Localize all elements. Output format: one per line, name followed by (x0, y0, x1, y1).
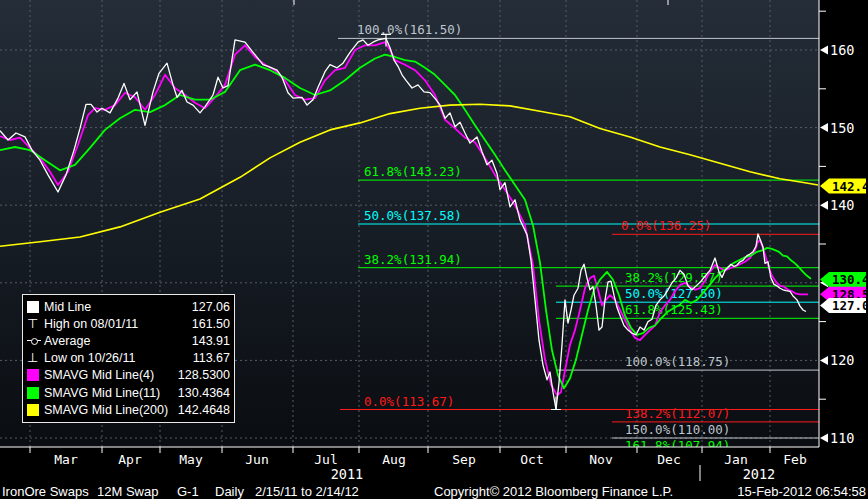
high-marker-icon: ⊤ (27, 318, 44, 330)
fib-label: 100.0%(118.75) (625, 354, 730, 369)
month-label: May (179, 452, 203, 467)
average-marker-icon (27, 336, 44, 345)
month-label: Dec (657, 452, 680, 467)
fib-label: 38.2%(131.94) (364, 252, 462, 267)
current-timestamp: 15-Feb-2012 06:54:58 (737, 484, 866, 499)
price-tag-value: 130.44 (832, 272, 868, 287)
fib-label: 0.0%(113.67) (364, 394, 454, 409)
y-tick-arrow-icon (820, 201, 828, 210)
copyright-notice: Copyright© 2012 Bloomberg Finance L.P. (434, 484, 673, 499)
year-label: 2011 (331, 466, 364, 482)
month-label: Feb (783, 452, 807, 467)
year-label: 2012 (743, 466, 776, 482)
fib-label: 0.0%(136.25) (621, 218, 711, 233)
legend-label: SMAVG Mid Line(4) (44, 368, 178, 382)
legend-row[interactable]: Mid Line127.06 (27, 298, 230, 315)
y-axis-label: 160 (830, 42, 854, 58)
instrument-tenor: 12M Swap (97, 484, 158, 499)
fib-label: 161.8%(107.94) (625, 438, 730, 453)
legend-label: Mid Line (44, 300, 192, 314)
y-tick-arrow-icon (820, 434, 828, 443)
date-range[interactable]: 2/15/11 to 2/14/12 (255, 484, 359, 499)
status-bar: IronOre Swaps 12M Swap G-1 Daily 2/15/11… (0, 483, 868, 499)
legend-label: Average (44, 334, 192, 348)
low-marker-icon: ⊥ (27, 352, 44, 364)
legend-label: High on 08/01/11 (44, 317, 192, 331)
y-axis-label: 110 (830, 430, 854, 446)
fib-label: 138.2%(112.07) (625, 406, 730, 421)
legend-label: Low on 10/26/11 (44, 351, 193, 365)
legend-label: SMAVG Mid Line(11) (44, 386, 178, 400)
legend-value: 127.06 (192, 300, 230, 314)
fib-label: 50.0%(137.58) (364, 208, 462, 223)
month-label: Jan (724, 452, 747, 467)
price-tag-value: 127.06 (832, 298, 868, 313)
bloomberg-chart-screen: 100.0%(161.50)61.8%(143.23)50.0%(137.58)… (0, 0, 868, 499)
legend-value: 142.4648 (178, 403, 230, 417)
legend-label: SMAVG Mid Line(200) (44, 403, 178, 417)
legend-row[interactable]: ⊥Low on 10/26/11113.67 (27, 350, 230, 367)
month-label: Jul (314, 452, 337, 467)
legend-row[interactable]: SMAVG Mid Line(200)142.4648 (27, 401, 230, 418)
price-tag-value: 142.46 (832, 179, 868, 194)
legend-value: 113.67 (193, 351, 230, 365)
y-tick-arrow-icon (820, 123, 828, 132)
legend-value: 128.5300 (178, 368, 230, 382)
y-tick-arrow-icon (820, 46, 828, 55)
month-label: Sep (452, 452, 476, 467)
fib-label: 100.0%(161.50) (357, 22, 462, 37)
legend-row[interactable]: Average143.91 (27, 332, 230, 349)
legend-value: 161.50 (192, 317, 230, 331)
month-label: Oct (520, 452, 543, 467)
month-label: Nov (589, 452, 613, 467)
series-color-swatch-icon (27, 387, 44, 399)
legend-row[interactable]: ⊤High on 08/01/11161.50 (27, 315, 230, 332)
series-color-swatch-icon (27, 404, 44, 416)
legend-row[interactable]: SMAVG Mid Line(11)130.4364 (27, 384, 230, 401)
fib-label: 150.0%(110.00) (625, 422, 730, 437)
legend-box: Mid Line127.06⊤High on 08/01/11161.50Ave… (22, 294, 235, 423)
series-color-swatch-icon (27, 301, 44, 313)
series-color-swatch-icon (27, 369, 44, 381)
frequency-label[interactable]: Daily (215, 484, 244, 499)
y-axis-label: 120 (830, 352, 854, 368)
instrument-name[interactable]: IronOre Swaps (2, 484, 89, 499)
fib-label: 61.8%(143.23) (364, 164, 462, 179)
month-label: Jun (245, 452, 268, 467)
fib-label: 61.8%(125.43) (625, 302, 723, 317)
y-axis-label: 150 (830, 120, 854, 136)
chart-code: G-1 (177, 484, 199, 499)
month-label: Mar (54, 452, 78, 467)
month-label: Apr (118, 452, 142, 467)
y-tick-arrow-icon (820, 356, 828, 365)
legend-value: 130.4364 (178, 386, 230, 400)
legend-row[interactable]: SMAVG Mid Line(4)128.5300 (27, 367, 230, 384)
month-label: Aug (382, 452, 405, 467)
legend-value: 143.91 (192, 334, 230, 348)
y-axis-label: 140 (830, 197, 854, 213)
